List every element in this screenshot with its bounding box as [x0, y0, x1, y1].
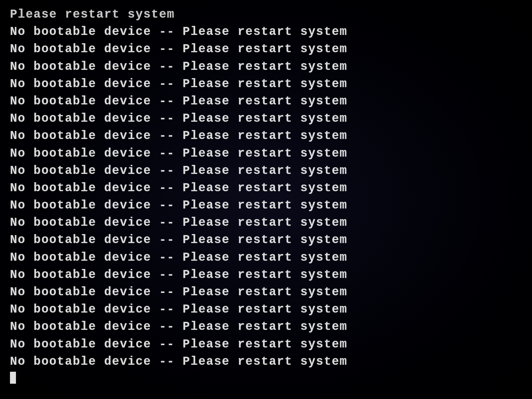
error-line-17: No bootable device -- Please restart sys…	[10, 318, 522, 335]
error-line-2: No bootable device -- Please restart sys…	[10, 58, 522, 75]
error-line-9: No bootable device -- Please restart sys…	[10, 180, 522, 197]
error-line-3: No bootable device -- Please restart sys…	[10, 75, 522, 93]
error-line-12: No bootable device -- Please restart sys…	[10, 231, 522, 249]
partial-top-line: Please restart system	[10, 6, 522, 23]
error-line-14: No bootable device -- Please restart sys…	[10, 266, 522, 284]
error-line-16: No bootable device -- Please restart sys…	[10, 301, 522, 318]
error-line-15: No bootable device -- Please restart sys…	[10, 284, 522, 301]
error-line-0: No bootable device -- Please restart sys…	[10, 23, 522, 41]
error-line-8: No bootable device -- Please restart sys…	[10, 162, 522, 180]
error-line-5: No bootable device -- Please restart sys…	[10, 110, 522, 127]
cursor-line	[10, 370, 522, 384]
error-line-18: No bootable device -- Please restart sys…	[10, 336, 522, 353]
error-line-1: No bootable device -- Please restart sys…	[10, 41, 522, 58]
error-line-19: No bootable device -- Please restart sys…	[10, 353, 522, 370]
error-line-10: No bootable device -- Please restart sys…	[10, 197, 522, 214]
error-line-4: No bootable device -- Please restart sys…	[10, 93, 522, 110]
terminal-cursor	[10, 372, 16, 384]
bios-error-screen: Please restart system No bootable device…	[0, 0, 532, 399]
error-lines-container: No bootable device -- Please restart sys…	[10, 23, 522, 370]
error-line-11: No bootable device -- Please restart sys…	[10, 214, 522, 231]
error-line-13: No bootable device -- Please restart sys…	[10, 249, 522, 266]
error-line-6: No bootable device -- Please restart sys…	[10, 127, 522, 145]
error-line-7: No bootable device -- Please restart sys…	[10, 145, 522, 162]
